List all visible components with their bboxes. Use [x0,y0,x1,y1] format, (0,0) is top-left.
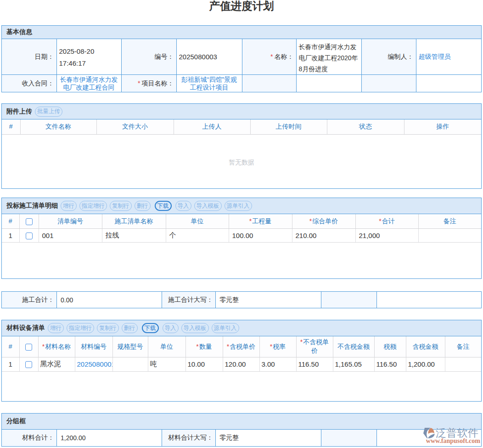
svg-text:www.fanpusoft.com: www.fanpusoft.com [426,437,481,444]
